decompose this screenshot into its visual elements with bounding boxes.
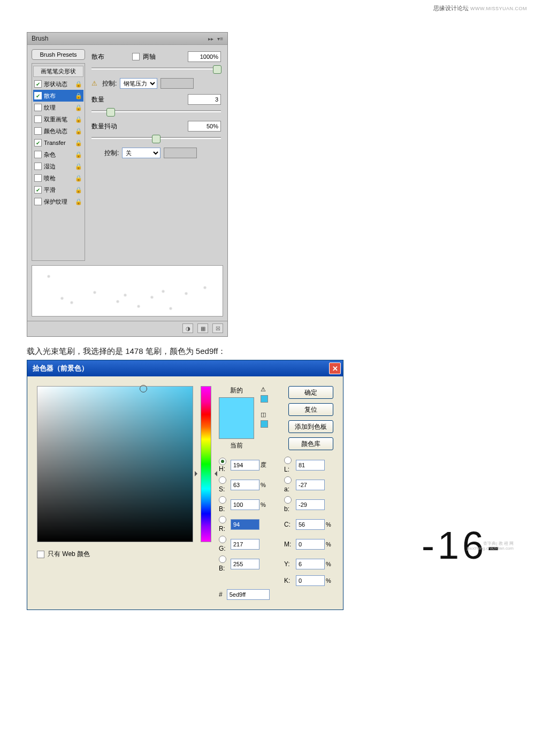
corner-watermark: 查字典| 教 程 网 jiaocheng.chazidian.com bbox=[467, 542, 514, 551]
delete-preset-icon[interactable]: ☒ bbox=[212, 323, 223, 333]
gamut-warning-icon[interactable]: ⚠ bbox=[261, 386, 268, 393]
lab-b-radio[interactable] bbox=[284, 496, 292, 504]
brush-panel: Brush ▸▸ ▾≡ Brush Presets 画笔笔尖形状 ✔形状动态🔒✔… bbox=[27, 32, 228, 337]
color-picker-dialog: 拾色器（前景色） ✕ 只有 Web 颜色 新的 bbox=[27, 360, 343, 610]
brush-option[interactable]: 湿边🔒 bbox=[33, 160, 83, 172]
brush-option[interactable]: ✔散布🔒 bbox=[33, 90, 83, 102]
brush-options-list: 画笔笔尖形状 ✔形状动态🔒✔散布🔒纹理🔒双重画笔🔒颜色动态🔒✔Transfer🔒… bbox=[32, 63, 85, 261]
scatter-slider[interactable] bbox=[91, 64, 221, 73]
color-marker-icon[interactable] bbox=[140, 385, 147, 392]
brush-option[interactable]: 保护纹理🔒 bbox=[33, 196, 83, 207]
cube-icon[interactable]: ◫ bbox=[261, 411, 268, 418]
count-slider[interactable] bbox=[91, 107, 221, 115]
current-color-label: 当前 bbox=[219, 441, 254, 450]
control2-select[interactable]: 关 bbox=[122, 148, 160, 158]
h-radio[interactable] bbox=[219, 458, 226, 465]
control2-value-input bbox=[164, 148, 197, 158]
r-radio[interactable] bbox=[219, 516, 226, 523]
collapse-icon[interactable]: ▸▸ bbox=[208, 36, 213, 42]
web-only-checkbox[interactable] bbox=[37, 551, 44, 558]
control1-select[interactable]: 钢笔压力 bbox=[120, 78, 157, 89]
both-axes-label: 两轴 bbox=[143, 52, 156, 61]
brush-tip-shape-header[interactable]: 画笔笔尖形状 bbox=[33, 66, 83, 77]
new-preset-icon[interactable]: ▦ bbox=[197, 323, 208, 333]
scatter-value-input[interactable] bbox=[188, 51, 221, 62]
s-radio[interactable] bbox=[219, 476, 226, 484]
dialog-title: 拾色器（前景色） bbox=[33, 364, 88, 373]
dialog-titlebar: 拾色器（前景色） ✕ bbox=[27, 360, 343, 376]
control1-label: 控制: bbox=[102, 79, 117, 88]
brush-panel-header: Brush ▸▸ ▾≡ bbox=[27, 33, 227, 45]
lab-b-input[interactable] bbox=[296, 499, 325, 510]
ok-button[interactable]: 确定 bbox=[288, 386, 333, 399]
a-radio[interactable] bbox=[284, 476, 292, 484]
new-color-swatch bbox=[219, 398, 254, 418]
web-only-label: 只有 Web 颜色 bbox=[48, 550, 90, 559]
control1-value-input bbox=[160, 78, 194, 89]
m-input[interactable] bbox=[296, 539, 325, 550]
brush-stroke-preview bbox=[32, 265, 223, 317]
both-axes-checkbox[interactable] bbox=[132, 53, 140, 60]
color-library-button[interactable]: 颜色库 bbox=[288, 437, 333, 450]
brush-option[interactable]: ✔形状动态🔒 bbox=[33, 78, 83, 90]
source-header: 思缘设计论坛 WWW.MISSYUAN.COM bbox=[433, 4, 527, 12]
brush-option[interactable]: 喷枪🔒 bbox=[33, 172, 83, 184]
reset-button[interactable]: 复位 bbox=[288, 403, 333, 416]
jitter-input[interactable] bbox=[188, 121, 221, 132]
g-input[interactable] bbox=[231, 539, 259, 550]
c-input[interactable] bbox=[296, 519, 325, 530]
count-label: 数量 bbox=[91, 95, 129, 104]
bv-input[interactable] bbox=[231, 499, 259, 510]
add-swatch-button[interactable]: 添加到色板 bbox=[288, 420, 333, 433]
color-swatch bbox=[219, 397, 254, 439]
l-input[interactable] bbox=[296, 460, 325, 470]
jitter-label: 数量抖动 bbox=[91, 122, 129, 131]
b-radio[interactable] bbox=[219, 556, 226, 563]
brush-option[interactable]: 杂色🔒 bbox=[33, 149, 83, 160]
hex-label: # bbox=[219, 591, 223, 598]
h-input[interactable] bbox=[231, 460, 259, 470]
r-input[interactable] bbox=[231, 519, 259, 530]
close-icon[interactable]: ✕ bbox=[329, 362, 341, 374]
color-field[interactable] bbox=[37, 386, 193, 542]
warning-icon: ⚠ bbox=[91, 80, 99, 87]
gamut-swatch[interactable] bbox=[261, 395, 268, 403]
brush-option[interactable]: 颜色动态🔒 bbox=[33, 125, 83, 137]
s-input[interactable] bbox=[231, 480, 259, 490]
current-color-swatch bbox=[219, 418, 254, 438]
brush-panel-title: Brush bbox=[32, 35, 48, 42]
scatter-label: 散布 bbox=[91, 52, 129, 61]
brush-option[interactable]: ✔Transfer🔒 bbox=[33, 137, 83, 149]
k-input[interactable] bbox=[296, 575, 325, 586]
websafe-swatch[interactable] bbox=[261, 420, 268, 428]
menu-icon[interactable]: ▾≡ bbox=[217, 36, 223, 42]
brush-option[interactable]: 纹理🔒 bbox=[33, 102, 83, 113]
count-input[interactable] bbox=[188, 94, 221, 105]
jitter-slider[interactable] bbox=[91, 134, 221, 142]
control2-label: 控制: bbox=[104, 149, 119, 158]
y-input[interactable] bbox=[296, 559, 325, 569]
a-input[interactable] bbox=[296, 480, 325, 490]
brush-presets-button[interactable]: Brush Presets bbox=[32, 49, 85, 60]
l-radio[interactable] bbox=[284, 457, 292, 464]
source-url: WWW.MISSYUAN.COM bbox=[470, 6, 527, 11]
g-radio[interactable] bbox=[219, 536, 226, 543]
instruction-text: 载入光束笔刷，我选择的是 1478 笔刷，颜色为 5ed9ff： bbox=[27, 346, 508, 357]
new-color-label: 新的 bbox=[219, 386, 254, 395]
brush-option[interactable]: ✔平滑🔒 bbox=[33, 184, 83, 196]
bv-radio[interactable] bbox=[219, 496, 226, 504]
brush-option[interactable]: 双重画笔🔒 bbox=[33, 113, 83, 125]
hex-input[interactable] bbox=[227, 589, 270, 600]
b-input[interactable] bbox=[231, 559, 259, 569]
toggle-preview-icon[interactable]: ◑ bbox=[182, 323, 193, 333]
source-site: 思缘设计论坛 bbox=[433, 5, 469, 11]
hue-slider[interactable] bbox=[201, 386, 211, 542]
